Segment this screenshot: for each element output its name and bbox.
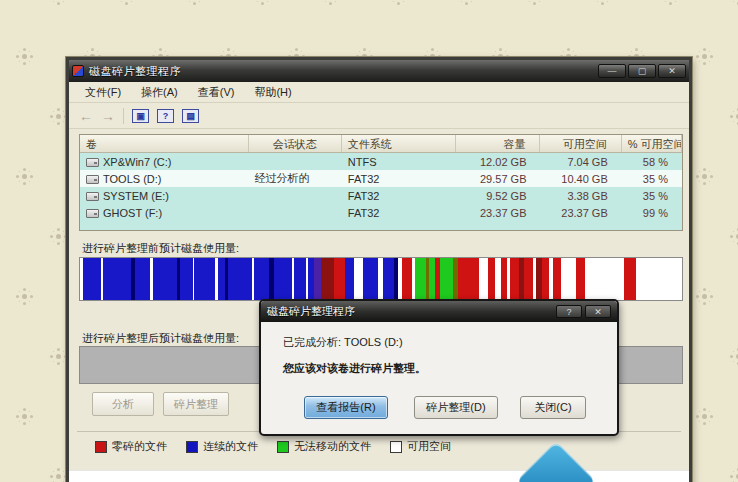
usage-segment: [510, 258, 519, 300]
usage-segment: [561, 258, 576, 300]
defragment-button[interactable]: 碎片整理: [163, 392, 229, 416]
table-row[interactable]: TOOLS (D:)经过分析的FAT3229.57 GB10.40 GB35 %: [80, 170, 682, 187]
dialog-title: 磁盘碎片整理程序: [267, 304, 553, 319]
close-button[interactable]: ✕: [658, 64, 686, 78]
legend-swatch: [186, 441, 198, 453]
menu-item[interactable]: 帮助(H): [244, 82, 301, 103]
dialog-buttons: 查看报告(R)碎片整理(D)关闭(C): [304, 396, 586, 419]
menu-item[interactable]: 操作(A): [131, 82, 188, 103]
free-percent-cell: 35 %: [622, 173, 682, 185]
session-status-cell: 经过分析的: [249, 171, 342, 186]
usage-segment: [524, 258, 533, 300]
analyze-button[interactable]: 分析: [92, 392, 154, 416]
view-report-button[interactable]: 查看报告(R): [304, 396, 388, 419]
legend-swatch: [390, 441, 402, 453]
usage-segment: [314, 258, 321, 300]
usage-segment: [228, 258, 252, 300]
volume-name-cell: GHOST (F:): [80, 207, 249, 219]
legend-item: 连续的文件: [186, 439, 258, 454]
defrag-dialog: 磁盘碎片整理程序 ? ✕ 已完成分析: TOOLS (D:) 您应该对该卷进行碎…: [259, 299, 619, 436]
back-icon[interactable]: ←: [79, 109, 93, 123]
close-dialog-button[interactable]: 关闭(C): [520, 396, 586, 419]
usage-segment: [103, 258, 130, 300]
file-system-cell: NTFS: [342, 156, 456, 168]
usage-segment: [553, 258, 561, 300]
usage-segment: [218, 258, 225, 300]
wallpaper-motif: [702, 174, 707, 179]
wallpaper-motif: [56, 474, 61, 479]
column-header[interactable]: 卷: [80, 135, 249, 152]
usage-segment: [458, 258, 479, 300]
dialog-titlebar: 磁盘碎片整理程序 ? ✕: [261, 301, 617, 322]
usage-segment: [363, 258, 378, 300]
drive-icon: [86, 192, 99, 201]
wallpaper-motif: [56, 234, 61, 239]
usage-segment: [274, 258, 292, 300]
toolbar: ← → ▣ ? ▤: [69, 103, 689, 129]
usage-segment: [383, 258, 394, 300]
dialog-close-button[interactable]: ✕: [585, 305, 611, 318]
usage-segment: [576, 258, 585, 300]
capacity-cell: 12.02 GB: [456, 156, 540, 168]
menu-bar: 文件(F)操作(A)查看(V)帮助(H): [69, 82, 689, 103]
menu-item[interactable]: 查看(V): [188, 82, 245, 103]
help-icon[interactable]: ?: [157, 109, 174, 123]
usage-segment: [194, 258, 215, 300]
export-list-icon[interactable]: ▤: [182, 109, 199, 123]
usage-segment: [542, 258, 549, 300]
usage-segment: [354, 258, 363, 300]
app-icon: [72, 65, 84, 77]
volume-name: XP&Win7 (C:): [103, 156, 171, 168]
volume-name: SYSTEM (E:): [103, 190, 169, 202]
column-header[interactable]: 文件系统: [342, 135, 456, 152]
dialog-recommendation-text: 您应该对该卷进行碎片整理。: [283, 361, 617, 376]
column-header[interactable]: 容量: [456, 135, 540, 152]
usage-segment: [624, 258, 636, 300]
wallpaper-motif: [56, 114, 61, 119]
usage-segment: [321, 258, 334, 300]
capacity-cell: 29.57 GB: [456, 173, 540, 185]
drive-icon: [86, 158, 99, 167]
toolbar-separator: [123, 108, 124, 124]
maximize-button[interactable]: ▢: [628, 64, 656, 78]
console-window-icon[interactable]: ▣: [132, 109, 149, 123]
legend-swatch: [95, 441, 107, 453]
wallpaper-motif: [702, 54, 707, 59]
minimize-button[interactable]: —: [598, 64, 626, 78]
column-header[interactable]: % 可用空间: [622, 135, 682, 152]
free-space-cell: 10.40 GB: [540, 173, 621, 185]
free-percent-cell: 58 %: [622, 156, 682, 168]
wallpaper-motif: [56, 354, 61, 359]
table-row[interactable]: SYSTEM (E:)FAT329.52 GB3.38 GB35 %: [80, 187, 682, 204]
column-header[interactable]: 会话状态: [249, 135, 342, 152]
legend-item: 可用空间: [390, 439, 451, 454]
file-system-cell: FAT32: [342, 207, 456, 219]
table-row[interactable]: XP&Win7 (C:)NTFS12.02 GB7.04 GB58 %: [80, 153, 682, 170]
wallpaper-motif: [702, 294, 707, 299]
window-titlebar: 磁盘碎片整理程序 — ▢ ✕: [69, 60, 689, 82]
file-system-cell: FAT32: [342, 173, 456, 185]
usage-segment: [334, 258, 345, 300]
before-usage-bar: [79, 257, 683, 301]
drive-icon: [86, 175, 99, 184]
volume-name-cell: SYSTEM (E:): [80, 190, 249, 202]
legend-label: 连续的文件: [203, 439, 258, 454]
volume-name-cell: XP&Win7 (C:): [80, 156, 249, 168]
usage-segment: [153, 258, 177, 300]
volume-name-cell: TOOLS (D:): [80, 173, 249, 185]
defragment-dialog-button[interactable]: 碎片整理(D): [414, 396, 498, 419]
usage-segment: [83, 258, 101, 300]
column-header[interactable]: 可用空间: [540, 135, 621, 152]
forward-icon[interactable]: →: [101, 109, 115, 123]
menu-item[interactable]: 文件(F): [75, 82, 131, 103]
dialog-help-button[interactable]: ?: [556, 305, 582, 318]
usage-segment: [402, 258, 412, 300]
usage-segment: [294, 258, 306, 300]
legend: 零碎的文件连续的文件无法移动的文件可用空间: [95, 439, 451, 454]
legend-item: 零碎的文件: [95, 439, 167, 454]
wallpaper-motif: [702, 414, 707, 419]
free-percent-cell: 99 %: [622, 207, 682, 219]
table-row[interactable]: GHOST (F:)FAT3223.37 GB23.37 GB99 %: [80, 204, 682, 221]
screen: 磁盘碎片整理程序 — ▢ ✕ 文件(F)操作(A)查看(V)帮助(H) ← → …: [0, 0, 738, 482]
legend-label: 无法移动的文件: [294, 439, 371, 454]
